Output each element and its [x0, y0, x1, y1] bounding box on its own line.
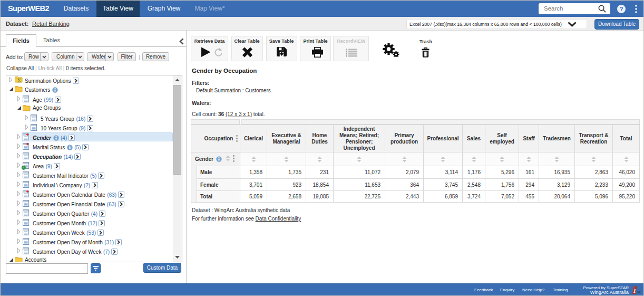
svg-text:Σ: Σ — [17, 77, 21, 83]
svg-text:ST: ST — [637, 290, 641, 294]
svg-text:1: 1 — [633, 288, 637, 294]
